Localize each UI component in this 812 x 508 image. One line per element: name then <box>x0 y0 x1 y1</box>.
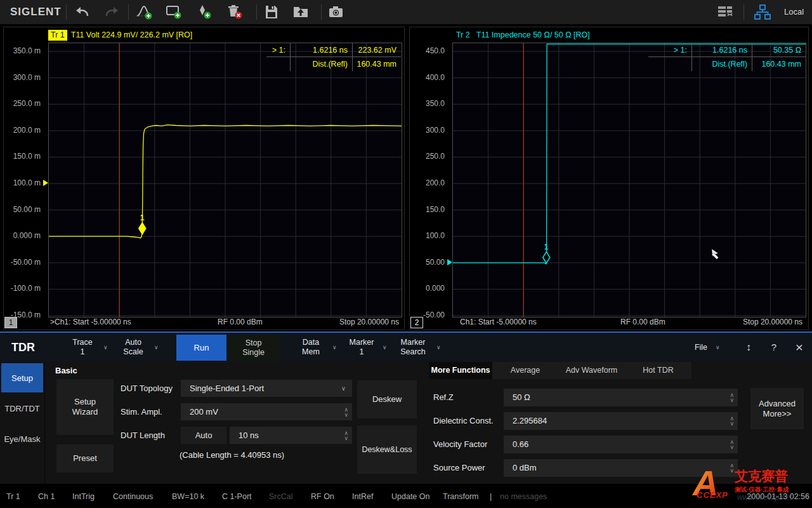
chevron-down-icon[interactable]: ∨ <box>341 380 346 397</box>
save-icon[interactable] <box>263 4 280 20</box>
trace1-badge[interactable]: Tr 1 <box>48 30 67 41</box>
stepper-icon[interactable]: ∧∨ <box>730 392 734 403</box>
status-item-inttrig: IntTrig <box>72 491 95 502</box>
redo-icon[interactable] <box>103 4 121 20</box>
status-item-srccal: SrcCal <box>269 491 293 502</box>
velocity-factor-input[interactable]: 0.66 ∧∨ <box>504 436 738 453</box>
basic-section-heading: Basic <box>55 366 77 375</box>
ref-z-label: Ref.Z <box>433 389 454 406</box>
clock: 2000-01-13 02:56 <box>747 491 809 502</box>
menu-auto-scale[interactable]: AutoScale <box>114 338 152 357</box>
tdr-panel-title: TDR <box>11 333 35 362</box>
menu-file[interactable]: File <box>690 333 712 362</box>
chevron-down-icon: ∨ <box>436 344 441 351</box>
add-trace-icon[interactable] <box>136 4 154 20</box>
chevron-down-icon: ∨ <box>103 344 108 351</box>
status-item-ch-1: Ch 1 <box>38 491 55 502</box>
sidebar-item-eye-mask[interactable]: Eye/Mask <box>1 424 43 453</box>
rf-power: RF 0.00 dBm <box>620 316 665 328</box>
sidebar-item-setup[interactable]: Setup <box>1 363 43 392</box>
velocity-factor-label: Velocity Factor <box>433 436 487 453</box>
y-tick-label: 150.0 <box>426 204 445 215</box>
reference-level-arrow-icon[interactable] <box>43 180 48 186</box>
stim-ampl-input[interactable]: 200 mV ∧∨ <box>181 403 352 420</box>
toolbar-divider <box>743 4 744 20</box>
tab-adv-waveform[interactable]: Adv Waveform <box>558 362 625 379</box>
chevron-down-icon: ∨ <box>154 344 159 351</box>
stop-time: Stop 20.00000 ns <box>743 316 802 328</box>
dielectric-const-input[interactable]: 2.295684 ∧∨ <box>504 412 738 430</box>
stop-time: Stop 20.00000 ns <box>339 316 399 328</box>
tab-more-functions[interactable]: More Functions <box>429 362 492 379</box>
network-icon[interactable] <box>754 4 771 20</box>
marker-1-diamond[interactable] <box>139 223 146 234</box>
y-tick-label: 300.0 m <box>13 72 41 83</box>
dut-length-input[interactable]: 10 ns ∧∨ <box>230 427 352 444</box>
add-window-icon[interactable] <box>165 4 183 20</box>
stepper-icon[interactable]: ∧∨ <box>344 431 348 441</box>
y-tick-label: -50.00 m <box>11 257 41 267</box>
chart2-title-row: Tr 2T11 Impedence 50 Ω/ 50 Ω [RO] <box>456 30 590 41</box>
source-power-input[interactable]: 0 dBm ∧∨ <box>504 459 738 477</box>
trace2-badge[interactable]: Tr 2 <box>456 30 470 41</box>
status-item-transform: Transform <box>443 491 479 502</box>
screenshot-icon[interactable] <box>327 4 345 20</box>
chart2-plot-area[interactable]: 1 <box>452 43 806 318</box>
dut-topology-label: DUT Topology <box>121 380 173 397</box>
tab-hot-tdr[interactable]: Hot TDR <box>625 362 691 379</box>
status-divider: | <box>490 491 492 502</box>
close-icon[interactable]: × <box>792 333 807 362</box>
y-tick-label: 0.000 <box>426 283 445 293</box>
setup-wizard-button[interactable]: SetupWizard <box>56 379 114 435</box>
marker-value: 223.62 mV <box>352 43 401 57</box>
ref-z-input[interactable]: 50 Ω ∧∨ <box>504 389 738 406</box>
dut-topology-select[interactable]: Single-Ended 1-Port ∨ <box>181 380 352 397</box>
marker-1-diamond[interactable] <box>543 251 550 263</box>
status-item-intref: IntRef <box>352 491 373 502</box>
local-mode-label[interactable]: Local <box>784 7 804 17</box>
marker-label: 1 <box>140 213 145 222</box>
dielectric-const-label: Dielectric Const. <box>433 412 494 430</box>
sidebar-item-tdr-tdt[interactable]: TDR/TDT <box>1 394 43 423</box>
stepper-icon[interactable]: ∧∨ <box>730 416 734 426</box>
menu-trace[interactable]: Trace1 <box>63 338 102 357</box>
status-messages: no messages <box>500 491 547 502</box>
help-icon[interactable]: ? <box>768 333 780 362</box>
tdr-voltage-chart-window[interactable]: Tr 1T11 Volt 224.9 mV/ 226.2 mV [RO] 350… <box>3 27 405 330</box>
system-info-icon[interactable] <box>717 4 735 20</box>
run-button[interactable]: Run <box>176 335 226 361</box>
marker-dist-label: Dist.(Refl) <box>691 57 752 71</box>
recall-icon[interactable] <box>292 4 310 20</box>
chart1-plot-area[interactable]: 1 <box>48 43 402 318</box>
status-item-c-1-port: C 1-Port <box>222 491 252 502</box>
stepper-icon[interactable]: ∧∨ <box>730 439 734 450</box>
deskew-loss-button[interactable]: Deskew&Loss <box>357 425 417 474</box>
y-tick-label: 350.0 m <box>13 46 41 56</box>
reference-level-arrow-icon[interactable] <box>447 259 452 265</box>
y-tick-label: 50.00 m <box>13 204 41 215</box>
stop-single-button[interactable]: StopSingle <box>226 335 280 361</box>
tab-average[interactable]: Average <box>492 362 558 379</box>
advanced-more-button[interactable]: AdvancedMore>> <box>750 388 804 429</box>
delete-icon[interactable] <box>226 4 244 20</box>
top-toolbar: SIGLENT Local <box>0 0 812 24</box>
chart2-marker-readout: > 1: 1.6216 ns 50.35 Ω Dist.(Refl) 160.4… <box>648 43 806 71</box>
status-item-bw-10-k: BW=10 k <box>172 491 204 502</box>
undo-icon[interactable] <box>74 4 91 20</box>
chart1-footer: >Ch1: Start -5.00000 ns RF 0.00 dBm Stop… <box>4 316 403 328</box>
y-tick-label: 350.0 <box>426 98 445 109</box>
menu-data-mem[interactable]: DataMem <box>291 338 331 357</box>
preset-button[interactable]: Preset <box>56 444 114 472</box>
status-item-continuous: Continuous <box>113 491 153 502</box>
chart2-footer: Ch1: Start -5.00000 ns RF 0.00 dBm Stop … <box>410 316 808 328</box>
stepper-icon[interactable]: ∧∨ <box>730 463 734 473</box>
add-marker-icon[interactable] <box>195 4 213 20</box>
stepper-icon[interactable]: ∧∨ <box>344 407 348 417</box>
deskew-button[interactable]: Deskew <box>357 380 417 418</box>
tdr-impedance-chart-window[interactable]: Tr 2T11 Impedence 50 Ω/ 50 Ω [RO] 450.04… <box>409 27 809 330</box>
dut-length-auto-button[interactable]: Auto <box>181 427 226 444</box>
tdr-panel-body: Setup TDR/TDT Eye/Mask Basic SetupWizard… <box>0 362 812 484</box>
menu-marker-search[interactable]: MarkerSearch <box>392 338 434 357</box>
menu-marker[interactable]: Marker1 <box>343 338 381 357</box>
resize-panel-icon[interactable]: ↕ <box>742 333 755 362</box>
